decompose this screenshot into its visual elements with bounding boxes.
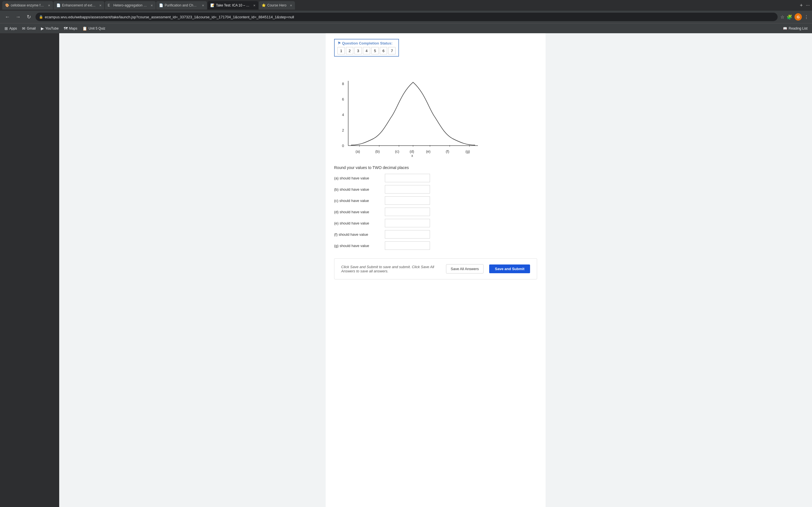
- reading-list-icon: 📖: [783, 26, 787, 31]
- tab-tab6[interactable]: ⭐ Course Hero ✕: [259, 1, 295, 10]
- menu-icon[interactable]: ⋮: [804, 14, 809, 20]
- tab-close-button[interactable]: ✕: [252, 4, 255, 7]
- field-label-g: (g) should have value: [334, 244, 382, 248]
- tab-tab1[interactable]: 🎨 cellobiase enzyme fungi (A... ✕: [2, 1, 53, 10]
- bookmark-icon-gmail: ✉: [22, 26, 26, 31]
- new-tab-button[interactable]: +: [797, 1, 805, 9]
- svg-text:8: 8: [342, 82, 344, 86]
- tab-tab2[interactable]: 📄 Enhancement of extracell... ✕: [54, 1, 104, 10]
- reading-list-button[interactable]: 📖 Reading List: [781, 25, 810, 32]
- page-wrapper: ⚑ Question Completion Status: 1234567 0 …: [326, 33, 546, 507]
- bookmark-apps[interactable]: ⊞ Apps: [2, 25, 19, 32]
- tab-label: Purification and Characteri...: [165, 3, 199, 7]
- tab-tab5[interactable]: 📝 Take Test: ICA 10 – 20210... ✕: [207, 1, 258, 10]
- back-button[interactable]: ←: [3, 13, 11, 21]
- svg-text:(d): (d): [410, 149, 414, 154]
- bookmark-star-icon[interactable]: ☆: [780, 14, 784, 20]
- svg-text:x: x: [411, 154, 413, 158]
- question-number-2[interactable]: 2: [346, 47, 353, 54]
- bookmark-label-maps: Maps: [69, 26, 77, 31]
- question-completion-box: ⚑ Question Completion Status: 1234567: [334, 39, 399, 57]
- bookmark-label-youtube: YouTube: [45, 26, 59, 31]
- question-number-6[interactable]: 6: [380, 47, 387, 54]
- tab-tab4[interactable]: 📄 Purification and Characteri... ✕: [156, 1, 207, 10]
- url-bar[interactable]: 🔒 ecampus.wvu.edu/webapps/assessment/tak…: [36, 13, 777, 21]
- tab-bar: 🎨 cellobiase enzyme fungi (A... ✕📄 Enhan…: [0, 0, 812, 11]
- question-number-1[interactable]: 1: [338, 47, 345, 54]
- field-label-d: (d) should have value: [334, 210, 382, 214]
- form-fields: (a) should have value (b) should have va…: [334, 174, 537, 250]
- tab-favicon: 📄: [56, 3, 60, 7]
- field-row-d: (d) should have value: [334, 208, 537, 216]
- field-row-c: (c) should have value: [334, 196, 537, 205]
- question-completion-title: ⚑ Question Completion Status:: [338, 41, 396, 45]
- field-input-c[interactable]: [385, 196, 430, 205]
- question-number-7[interactable]: 7: [388, 47, 396, 54]
- tab-close-button[interactable]: ✕: [200, 4, 204, 7]
- svg-text:(c): (c): [395, 149, 399, 154]
- tab-favicon: 🎨: [5, 3, 9, 7]
- bookmark-youtube[interactable]: ▶ YouTube: [39, 25, 61, 32]
- field-row-f: (f) should have value: [334, 230, 537, 238]
- svg-text:(a): (a): [356, 149, 360, 154]
- question-number-4[interactable]: 4: [363, 47, 370, 54]
- question-number-5[interactable]: 5: [371, 47, 378, 54]
- tab-close-button[interactable]: ✕: [288, 4, 292, 7]
- bookmark-label-quiz: Unit 5 Quiz: [89, 26, 105, 31]
- bookmark-icon-youtube: ▶: [41, 26, 44, 31]
- instruction-text: Round your values to TWO decimal places: [334, 165, 537, 170]
- svg-text:6: 6: [342, 97, 344, 101]
- bookmark-icon-apps: ⊞: [4, 26, 8, 31]
- svg-text:(b): (b): [375, 149, 380, 154]
- bookmark-maps[interactable]: 🗺 Maps: [61, 25, 80, 32]
- forward-button[interactable]: →: [14, 13, 22, 21]
- tab-tab3[interactable]: E Hetero-aggregation with s... ✕: [105, 1, 156, 10]
- svg-text:(e): (e): [426, 149, 430, 154]
- flag-icon: ⚑: [338, 41, 341, 45]
- bookmark-icon-quiz: 📋: [82, 26, 87, 31]
- profile-avatar[interactable]: G: [795, 13, 802, 20]
- svg-text:4: 4: [342, 113, 344, 117]
- field-input-b[interactable]: [385, 185, 430, 193]
- url-text: ecampus.wvu.edu/webapps/assessment/take/…: [45, 15, 774, 19]
- tab-extras: ⋯: [806, 3, 810, 8]
- tab-close-button[interactable]: ✕: [98, 4, 101, 7]
- field-input-d[interactable]: [385, 208, 430, 216]
- field-row-g: (g) should have value: [334, 241, 537, 250]
- tab-label: Course Hero: [267, 3, 287, 7]
- bookmark-quiz[interactable]: 📋 Unit 5 Quiz: [80, 25, 107, 32]
- field-input-a[interactable]: [385, 174, 430, 182]
- field-input-f[interactable]: [385, 230, 430, 238]
- tab-favicon: 📝: [210, 3, 214, 7]
- tab-close-button[interactable]: ✕: [46, 4, 50, 7]
- svg-text:(g): (g): [465, 149, 470, 154]
- tab-favicon: 📄: [159, 3, 163, 7]
- question-number-3[interactable]: 3: [354, 47, 362, 54]
- footer-text: Click Save and Submit to save and submit…: [341, 265, 441, 273]
- tab-favicon: ⭐: [262, 3, 266, 7]
- question-numbers: 1234567: [338, 47, 396, 54]
- address-bar: ← → ↻ 🔒 ecampus.wvu.edu/webapps/assessme…: [0, 11, 812, 23]
- extensions-icon[interactable]: 🧩: [786, 14, 792, 20]
- field-row-e: (e) should have value: [334, 219, 537, 227]
- bookmark-icon-maps: 🗺: [64, 26, 68, 31]
- refresh-button[interactable]: ↻: [25, 13, 33, 21]
- browser-chrome: 🎨 cellobiase enzyme fungi (A... ✕📄 Enhan…: [0, 0, 812, 33]
- bookmark-label-gmail: Gmail: [27, 26, 36, 31]
- bell-curve-graph: 0 2 4 6 8 (a): [337, 64, 484, 160]
- save-all-answers-button[interactable]: Save All Answers: [446, 264, 484, 274]
- field-row-a: (a) should have value: [334, 174, 537, 182]
- bookmark-gmail[interactable]: ✉ Gmail: [20, 25, 38, 32]
- profile-icon: ⋯: [806, 3, 810, 8]
- field-label-e: (e) should have value: [334, 221, 382, 225]
- reading-list-label: Reading List: [789, 26, 808, 31]
- field-input-e[interactable]: [385, 219, 430, 227]
- tab-close-button[interactable]: ✕: [149, 4, 153, 7]
- field-label-f: (f) should have value: [334, 232, 382, 237]
- bookmarks-bar: ⊞ Apps✉ Gmail▶ YouTube🗺 Maps📋 Unit 5 Qui…: [0, 23, 812, 33]
- tab-label: Enhancement of extracell...: [62, 3, 96, 7]
- field-label-c: (c) should have value: [334, 199, 382, 203]
- tab-label: Hetero-aggregation with s...: [113, 3, 147, 7]
- field-input-g[interactable]: [385, 241, 430, 250]
- save-and-submit-button[interactable]: Save and Submit: [489, 265, 530, 273]
